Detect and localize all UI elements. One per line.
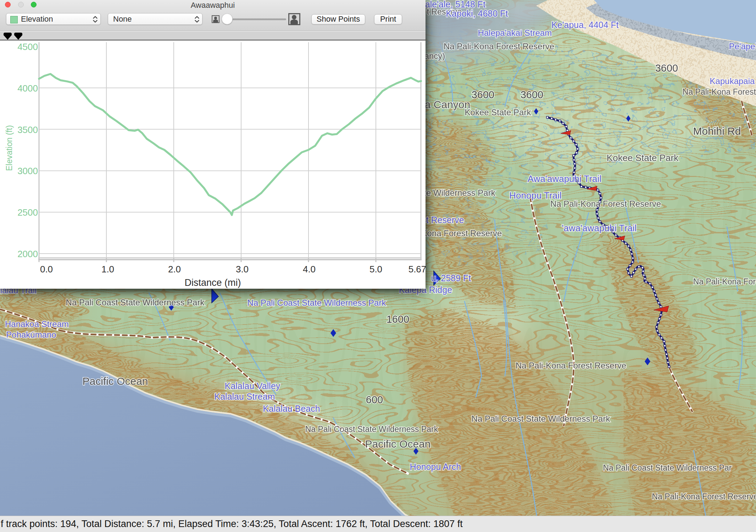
svg-text:Kapukapaia: Kapukapaia (710, 76, 755, 86)
svg-text:Kokee State Park: Kokee State Park (465, 107, 532, 117)
svg-text:Halepa'akai Stream: Halepa'akai Stream (478, 28, 552, 38)
svg-text:Pohakúmano: Pohakúmano (6, 330, 56, 339)
svg-text:Kalalau Beach: Kalalau Beach (263, 404, 320, 414)
svg-text:Na Pali-Kona Forest Res: Na Pali-Kona Forest Res (683, 87, 756, 96)
svg-text:Na Pali-Kona Forest Reserve: Na Pali-Kona Forest Reserve (652, 492, 756, 501)
svg-text:600: 600 (366, 394, 383, 405)
svg-text:Kona Forest Reserve: Kona Forest Reserve (422, 228, 502, 238)
svg-text:Kapoki, 4680 Ft: Kapoki, 4680 Ft (446, 9, 508, 18)
svg-text:Na Pali Coast State Wilderness: Na Pali Coast State Wilderness Park (66, 298, 205, 307)
svg-text:Hanakoa Stream: Hanakoa Stream (5, 319, 69, 329)
svg-text:ancy): ancy) (424, 51, 445, 61)
svg-text:Kalalau Stream: Kalalau Stream (215, 392, 275, 401)
svg-text:st Reserve: st Reserve (422, 215, 464, 225)
svg-text:Pacific Ocean: Pacific Ocean (82, 375, 148, 387)
svg-text:Na Pali-Kona Forest Reserve: Na Pali-Kona Forest Reserve (444, 41, 554, 51)
svg-text:Na Pali-Kona Fores: Na Pali-Kona Fores (693, 277, 756, 286)
svg-text:Na Pali Coast State Wilderness: Na Pali Coast State Wilderness Par (603, 463, 732, 472)
svg-text:Kokee State Park: Kokee State Park (607, 153, 679, 163)
svg-text:te Wilderness Park: te Wilderness Park (424, 188, 495, 198)
svg-text:Awa'awapuhi Trail: Awa'awapuhi Trail (528, 173, 601, 184)
svg-text:3600: 3600 (472, 89, 495, 100)
svg-text:u, 2589 Ft: u, 2589 Ft (431, 273, 471, 283)
svg-text:Pe'ape': Pe'ape' (729, 41, 756, 51)
svg-text:Na Pali Coast State Wilderness: Na Pali Coast State Wilderness Park (472, 414, 611, 423)
svg-text:Na Pali Coast State Wilderness: Na Pali Coast State Wilderness Park (248, 298, 387, 307)
svg-text:Honopu Arch: Honopu Arch (410, 462, 461, 472)
svg-text:a Canyon: a Canyon (425, 99, 470, 110)
svg-text:3600: 3600 (521, 89, 544, 100)
svg-text:Na Pali Coast State Wilderness: Na Pali Coast State Wilderness Park (305, 425, 438, 434)
svg-text:Ke'apua, 4404 Ft: Ke'apua, 4404 Ft (551, 20, 619, 30)
svg-text:Na Pali-Kona Forest Reserve: Na Pali-Kona Forest Reserve (550, 199, 661, 209)
svg-text:Pacific Ocean: Pacific Ocean (365, 438, 430, 450)
svg-text:Mohihi Rd: Mohihi Rd (693, 125, 741, 137)
svg-text:Na Pali-Kona Forest Reserve: Na Pali-Kona Forest Reserve (516, 361, 626, 370)
svg-text:1600: 1600 (387, 314, 410, 325)
svg-text:3600: 3600 (655, 62, 678, 74)
svg-text:'awa'awapuhi Trail: 'awa'awapuhi Trail (562, 223, 637, 233)
svg-text:Kalalau Valley: Kalalau Valley (225, 381, 280, 391)
